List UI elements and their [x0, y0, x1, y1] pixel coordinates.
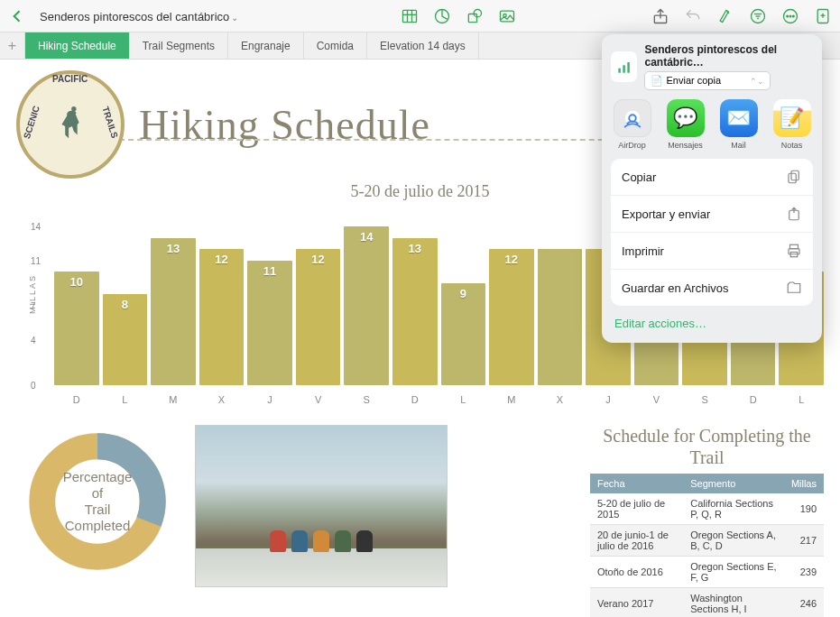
svg-rect-0 — [403, 10, 417, 22]
y-tick: 4 — [31, 336, 36, 345]
doc-icon — [611, 51, 637, 82]
svg-rect-24 — [618, 69, 621, 73]
format-icon[interactable] — [715, 6, 735, 26]
media-icon[interactable] — [497, 6, 517, 26]
svg-rect-28 — [791, 170, 798, 180]
table-title: Schedule for Completing the Trail — [590, 425, 824, 468]
more-icon[interactable] — [780, 6, 800, 26]
share-sheet: Senderos pintorescos del cantábric… 📄 En… — [602, 34, 822, 343]
share-apps: AirDrop 💬Mensajes ✉️Mail 📝Notas — [609, 99, 815, 150]
th-millas[interactable]: Millas — [784, 474, 824, 493]
x-tick: L — [779, 394, 824, 405]
svg-point-15 — [787, 15, 789, 17]
table-row[interactable]: 20 de junio-1 de julio de 2016Oregon Sec… — [590, 525, 824, 557]
x-tick: M — [489, 394, 534, 405]
schedule-table-wrap: Schedule for Completing the Trail Fecha … — [590, 425, 824, 617]
svg-point-17 — [793, 15, 795, 17]
schedule-table[interactable]: Fecha Segmento Millas 5-20 de julio de 2… — [590, 474, 824, 617]
bar[interactable]: 12 — [296, 249, 341, 385]
photo[interactable] — [195, 425, 448, 587]
x-tick: X — [199, 394, 245, 405]
toolbar: Senderos pintorescos del cantábrico⌄ — [0, 0, 840, 32]
x-tick: J — [586, 394, 631, 405]
svg-rect-31 — [790, 244, 798, 249]
svg-point-16 — [789, 15, 791, 17]
bar[interactable]: 10 — [54, 272, 99, 385]
new-icon[interactable] — [813, 6, 833, 26]
back-button[interactable] — [7, 6, 27, 26]
svg-rect-5 — [468, 14, 476, 22]
x-tick: X — [538, 394, 583, 405]
x-tick: L — [441, 394, 486, 405]
x-tick: S — [682, 394, 727, 405]
logo-text: TRAILS — [100, 106, 120, 140]
app-mail[interactable]: ✉️Mail — [715, 99, 762, 150]
donut-label: PercentageofTrailCompleted — [63, 469, 133, 534]
app-airdrop[interactable]: AirDrop — [609, 99, 655, 150]
bar[interactable]: 9 — [441, 283, 486, 385]
chevron-down-icon: ⌄ — [231, 13, 238, 23]
action-print[interactable]: Imprimir — [611, 233, 813, 270]
x-tick: D — [392, 394, 438, 405]
svg-rect-26 — [627, 62, 630, 73]
tab-engranaje[interactable]: Engranaje — [228, 32, 304, 59]
y-tick: 11 — [31, 256, 41, 266]
share-icon[interactable] — [651, 6, 670, 26]
x-tick: D — [731, 394, 776, 405]
x-tick: D — [54, 394, 99, 405]
svg-rect-29 — [789, 173, 796, 183]
table-row[interactable]: Verano 2017Washington Sections H, I246 — [590, 588, 824, 618]
x-tick: M — [151, 394, 196, 405]
tab-elevation[interactable]: Elevation 14 days — [367, 32, 479, 59]
bar[interactable]: 13 — [392, 238, 438, 385]
share-mode-select[interactable]: 📄 Enviar copia⌃⌄ — [644, 71, 771, 90]
app-messages[interactable]: 💬Mensajes — [662, 99, 708, 150]
x-tick: J — [247, 394, 292, 405]
share-title: Senderos pintorescos del cantábric… — [644, 43, 813, 69]
bar[interactable] — [538, 249, 583, 385]
x-tick: V — [296, 394, 341, 405]
action-export[interactable]: Exportar y enviar — [611, 196, 813, 233]
x-tick: V — [634, 394, 679, 405]
bar[interactable]: 11 — [247, 261, 292, 385]
logo: PACIFIC SCENIC TRAILS — [16, 70, 125, 179]
x-tick: S — [344, 394, 389, 405]
filter-icon[interactable] — [748, 6, 768, 26]
shapes-icon[interactable] — [465, 6, 485, 26]
x-tick: L — [103, 394, 148, 405]
table-row[interactable]: 5-20 de julio de 2015California Sections… — [590, 493, 824, 525]
tab-comida[interactable]: Comida — [304, 32, 367, 59]
action-save-files[interactable]: Guardar en Archivos — [611, 270, 813, 306]
table-row[interactable]: Otoño de 2016Oregon Sections E, F, G239 — [590, 557, 824, 588]
bar[interactable]: 8 — [103, 294, 148, 385]
table-icon[interactable] — [400, 6, 420, 26]
donut-chart[interactable]: PercentageofTrailCompleted — [16, 425, 179, 578]
y-tick: 0 — [31, 381, 36, 391]
app-notes[interactable]: 📝Notas — [769, 99, 815, 150]
tab-hiking-schedule[interactable]: Hiking Schedule — [25, 32, 130, 59]
page-title: Hiking Schedule — [139, 101, 430, 149]
logo-text: PACIFIC — [52, 74, 88, 84]
bar[interactable]: 14 — [344, 226, 389, 385]
bar[interactable]: 12 — [489, 249, 534, 385]
chart-icon[interactable] — [432, 6, 452, 26]
add-sheet-button[interactable]: + — [0, 32, 25, 59]
bar[interactable]: 12 — [199, 249, 245, 385]
y-tick: 14 — [31, 222, 41, 232]
svg-point-6 — [474, 9, 481, 16]
svg-rect-25 — [623, 65, 625, 72]
edit-actions-link[interactable]: Editar acciones… — [611, 313, 813, 334]
action-copy[interactable]: Copiar — [611, 159, 813, 196]
logo-text: SCENIC — [22, 105, 42, 140]
svg-point-27 — [629, 115, 636, 122]
y-tick: 7 — [31, 301, 36, 311]
th-segmento[interactable]: Segmento — [683, 474, 784, 493]
tab-trail-segments[interactable]: Trail Segments — [130, 32, 228, 59]
bar[interactable]: 13 — [151, 238, 196, 385]
undo-icon[interactable] — [683, 6, 703, 26]
th-fecha[interactable]: Fecha — [590, 474, 683, 493]
document-title[interactable]: Senderos pintorescos del cantábrico⌄ — [40, 8, 238, 24]
